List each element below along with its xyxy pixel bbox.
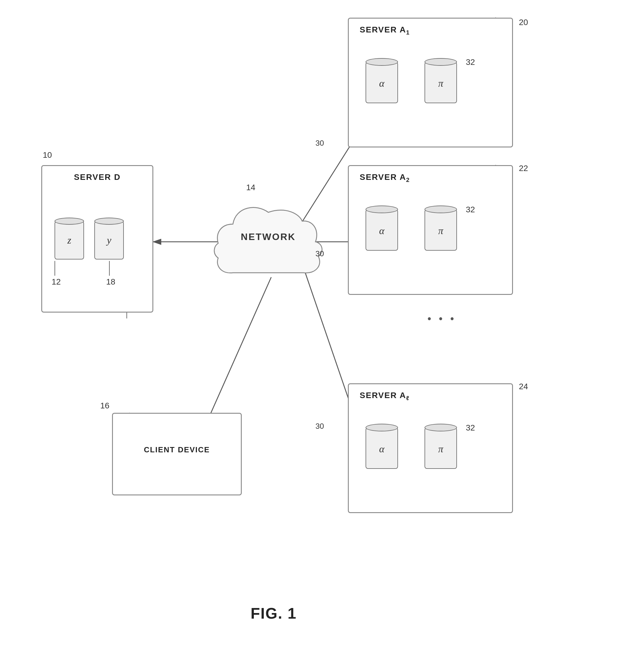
ref-30-al: 30 — [315, 422, 324, 431]
client-device-label: CLIENT DEVICE — [115, 445, 239, 454]
ref-20: 20 — [519, 18, 528, 27]
ref-12: 12 — [52, 277, 61, 287]
server-a1-label: SERVER A1 — [360, 25, 410, 36]
ref-18: 18 — [106, 277, 115, 287]
server-a1-pi: π — [438, 78, 443, 89]
ellipsis-dots: • • • — [428, 313, 456, 325]
ref-22: 22 — [519, 164, 528, 173]
server-d-db1-symbol: z — [67, 235, 71, 246]
server-al-label: SERVER Aℓ — [360, 391, 409, 402]
figure-label: FIG. 1 — [250, 604, 296, 622]
ref-30-a2: 30 — [315, 249, 324, 258]
ref-32-a2: 32 — [466, 205, 475, 214]
ref-30-a1: 30 — [315, 139, 324, 148]
network-label: NETWORK — [212, 232, 324, 242]
ref-32-al: 32 — [466, 423, 475, 433]
ref-10: 10 — [43, 150, 52, 160]
network-cloud: NETWORK — [212, 195, 324, 295]
server-a2-pi: π — [438, 225, 443, 237]
ref-32-a1: 32 — [466, 57, 475, 67]
ref-14: 14 — [246, 183, 255, 192]
server-al-pi: π — [438, 443, 443, 455]
server-d-db2-symbol: y — [107, 235, 111, 246]
server-al-alpha: α — [379, 443, 384, 455]
server-d-label: SERVER D — [53, 172, 142, 182]
server-a2-label: SERVER A2 — [360, 172, 410, 184]
ref-24: 24 — [519, 382, 528, 391]
svg-line-7 — [200, 277, 271, 436]
ref-16: 16 — [100, 401, 110, 410]
server-a2-alpha: α — [379, 225, 384, 237]
server-a1-alpha: α — [379, 78, 384, 89]
